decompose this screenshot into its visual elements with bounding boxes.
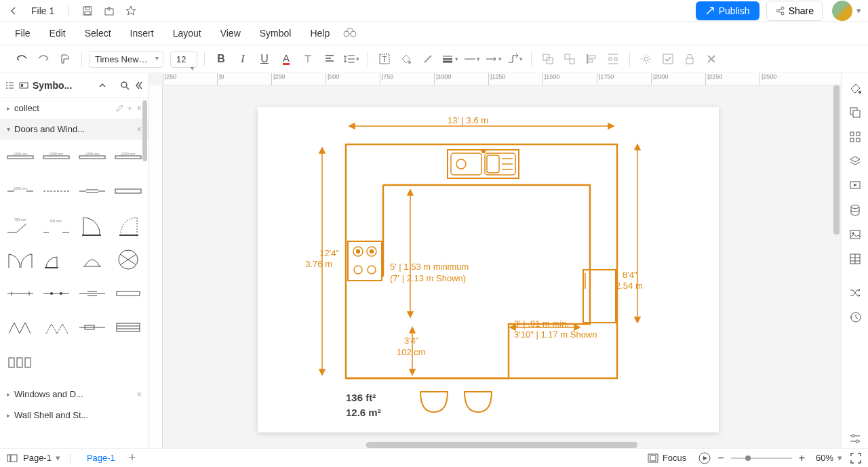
sidebar-scrollbar[interactable] [142, 100, 147, 161]
edit-icon[interactable] [115, 103, 123, 111]
shape-opening-1[interactable]: 1200 mm [4, 178, 37, 205]
fullscreen-icon[interactable] [850, 453, 861, 464]
panel-menu-icon[interactable] [5, 81, 15, 90]
section-collect[interactable]: ▸collect +× [0, 98, 149, 119]
shape-bifold-2[interactable] [40, 314, 73, 341]
add-icon[interactable]: + [127, 103, 133, 113]
play-icon[interactable] [698, 452, 711, 464]
image-icon[interactable] [846, 225, 865, 244]
menu-help[interactable]: Help [300, 24, 339, 43]
line-style-icon[interactable]: ▾ [462, 49, 481, 68]
font-color-icon[interactable]: A [277, 49, 296, 68]
ungroup-icon[interactable] [560, 49, 579, 68]
settings-icon[interactable] [846, 429, 865, 448]
shape-garage[interactable] [111, 314, 144, 341]
vertical-scrollbar[interactable] [833, 85, 840, 235]
collapse-icon[interactable] [134, 81, 143, 90]
menu-view[interactable]: View [211, 24, 250, 43]
database-icon[interactable] [846, 201, 865, 220]
arrow-style-icon[interactable]: ▾ [484, 49, 502, 68]
grid-icon[interactable] [846, 127, 865, 146]
present-icon[interactable] [846, 176, 865, 195]
shape-wall-2[interactable]: 1200 mm [40, 144, 73, 171]
font-select[interactable]: Times New Ro... [89, 51, 163, 68]
italic-icon[interactable]: I [233, 49, 252, 68]
shape-window-4[interactable] [111, 280, 144, 307]
zoom-caret[interactable]: ▾ [837, 453, 842, 463]
menu-insert[interactable]: Insert [121, 24, 163, 43]
shape-wall-4[interactable]: 1200 mm [111, 144, 144, 171]
search-icon[interactable] [343, 28, 357, 39]
share-button[interactable]: Share [766, 1, 823, 21]
shuffle-icon[interactable] [846, 283, 865, 302]
brightness-icon[interactable] [637, 49, 656, 68]
chevron-up-icon[interactable] [98, 81, 106, 89]
shape-window-1[interactable] [4, 280, 37, 307]
line-spacing-icon[interactable]: ▾ [342, 49, 361, 68]
check-icon[interactable] [658, 49, 677, 68]
add-page-button[interactable]: + [129, 451, 136, 465]
zoom-out-button[interactable]: − [717, 452, 724, 464]
canvas[interactable]: |250|0|250|500|750|1000|1250|1500|1750|2… [149, 73, 841, 448]
font-size-select[interactable]: 12 [170, 51, 197, 68]
export-icon[interactable] [102, 4, 116, 18]
shape-window-2[interactable] [40, 280, 73, 307]
shape-door-swing-2[interactable] [111, 212, 144, 239]
undo-icon[interactable] [12, 49, 31, 68]
menu-file[interactable]: File [5, 24, 40, 43]
shape-opening-4[interactable] [111, 178, 144, 205]
focus-label[interactable]: Focus [663, 453, 686, 463]
section-doors[interactable]: ▾Doors and Wind... × [0, 119, 149, 140]
pages-icon[interactable] [7, 453, 18, 463]
send-back-icon[interactable] [846, 103, 865, 122]
shape-door-1[interactable]: 700 mm [4, 212, 37, 239]
shape-wall-1[interactable]: 1200 mm [4, 144, 37, 171]
search-icon[interactable] [120, 81, 130, 90]
connector-icon[interactable]: ▾ [505, 49, 524, 68]
zoom-in-button[interactable]: + [799, 452, 805, 464]
menu-symbol[interactable]: Symbol [250, 24, 301, 43]
history-icon[interactable] [846, 308, 865, 327]
back-button[interactable] [7, 4, 20, 18]
shape-slider[interactable] [76, 314, 109, 341]
align-left-icon[interactable] [582, 49, 601, 68]
layers-icon[interactable] [846, 152, 865, 171]
redo-icon[interactable] [34, 49, 53, 68]
section-wallshell[interactable]: ▸Wall Shell and St... [0, 405, 149, 426]
save-icon[interactable] [81, 4, 94, 18]
avatar-menu-caret[interactable]: ▾ [856, 5, 861, 16]
publish-button[interactable]: Publish [696, 1, 760, 20]
close-icon[interactable]: × [136, 124, 142, 134]
lock-icon[interactable] [680, 49, 699, 68]
distribute-icon[interactable] [604, 49, 623, 68]
shape-opening-3[interactable] [76, 178, 109, 205]
shape-round[interactable] [111, 246, 144, 273]
align-icon[interactable] [320, 49, 339, 68]
close-icon[interactable]: × [136, 103, 142, 113]
shape-triple[interactable] [4, 348, 37, 375]
section-windows[interactable]: ▸Windows and D... × [0, 384, 149, 405]
shape-double-door-1[interactable] [4, 246, 37, 273]
tools-icon[interactable] [702, 49, 721, 68]
close-icon[interactable]: × [136, 389, 142, 399]
line-color-icon[interactable] [418, 49, 437, 68]
menu-layout[interactable]: Layout [163, 24, 211, 43]
horizontal-scrollbar[interactable] [366, 442, 637, 448]
fill-icon[interactable] [397, 49, 416, 68]
format-painter-icon[interactable] [56, 49, 75, 68]
drawing-page[interactable]: 13' | 3.6 m 12'4" 3.76 m 8'4" 2.54 m 5' … [258, 107, 719, 432]
shape-bifold-1[interactable] [4, 314, 37, 341]
shape-door-2[interactable]: 700 mm [40, 212, 73, 239]
page-caret[interactable]: ▾ [56, 453, 60, 463]
shape-window-3[interactable] [76, 280, 109, 307]
menu-select[interactable]: Select [75, 24, 121, 43]
text-box-icon[interactable]: T [375, 49, 394, 68]
menu-edit[interactable]: Edit [40, 24, 75, 43]
zoom-percent[interactable]: 60% [816, 453, 833, 463]
shape-revolving-door[interactable] [76, 246, 109, 273]
shape-opening-2[interactable] [40, 178, 73, 205]
group-icon[interactable] [538, 49, 557, 68]
page-tab[interactable]: Page-1 [80, 453, 122, 463]
shape-door-swing-1[interactable] [76, 212, 109, 239]
paint-bucket-icon[interactable] [846, 79, 865, 98]
